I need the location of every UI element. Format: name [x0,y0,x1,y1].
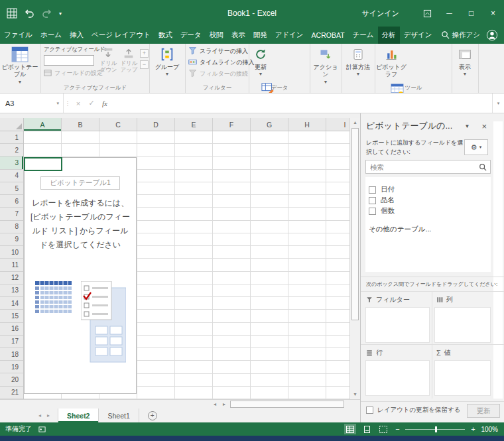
zoom-slider-thumb[interactable] [435,426,437,432]
ribbon-display-options-button[interactable] [416,0,438,27]
pivottable-button[interactable]: ピボットテーブル ▼ [0,44,40,85]
row-header[interactable]: 16 [0,323,23,336]
name-box-input[interactable] [0,99,40,107]
formula-input[interactable] [111,94,492,113]
qat-customize-button[interactable]: ▾ [59,11,62,17]
pane-tools-button[interactable]: ⚙ ▾ [464,139,488,155]
insert-function-button[interactable]: fx [98,94,111,113]
columns-drop-area[interactable] [434,307,491,343]
row-header[interactable]: 11 [0,259,23,271]
normal-view-button[interactable] [344,424,356,434]
field-item[interactable]: 個数 [365,206,491,216]
row-header[interactable]: 5 [0,182,23,195]
field-checkbox[interactable] [369,197,376,204]
ribbon-tab[interactable]: アドイン [271,27,308,44]
more-tables-link[interactable]: その他のテーブル... [365,225,491,234]
collapse-field-button[interactable]: − [140,60,149,69]
row-header[interactable]: 13 [0,284,23,297]
name-box-caret-icon[interactable]: ▾ [56,101,63,106]
undo-button[interactable] [25,9,34,18]
zoom-slider[interactable] [405,426,465,432]
actions-button[interactable]: アクション ▼ [310,44,341,85]
account-button[interactable] [486,27,504,44]
filter-connections-button[interactable]: フィルターの接続 [186,68,249,80]
scroll-up-icon[interactable]: ▴ [350,118,360,127]
scroll-down-icon[interactable]: ▾ [350,390,360,399]
refresh-button[interactable]: 更新 ▼ [249,44,272,78]
page-break-view-button[interactable] [377,424,389,434]
scroll-right-icon[interactable]: ▸ [220,400,229,409]
row-header[interactable]: 15 [0,310,23,322]
column-header[interactable]: B [62,118,99,131]
column-header[interactable]: F [213,118,251,131]
insert-timeline-button[interactable]: タイムラインの挿入 [186,57,249,68]
row-header[interactable]: 1 [0,131,23,144]
pane-options-icon[interactable]: ▼ [464,123,470,129]
confirm-entry-button[interactable]: ✓ [85,94,98,113]
column-header[interactable]: D [137,118,175,131]
field-checkbox[interactable] [369,186,376,194]
ribbon-tab[interactable]: ページ レイアウト [88,27,155,44]
field-settings-button[interactable]: フィールドの設定 [44,68,98,79]
ribbon-tab[interactable]: ファイル [0,27,36,44]
filters-drop-area[interactable] [365,307,430,343]
row-header[interactable]: 19 [0,361,23,373]
field-item[interactable]: 日付 [365,184,491,195]
scroll-left-icon[interactable]: ◂ [210,400,220,409]
pivotchart-button[interactable]: ピボットグラフ [375,44,407,79]
row-header[interactable]: 12 [0,272,23,284]
column-header[interactable]: C [99,118,137,131]
ribbon-tab[interactable]: デザイン [400,27,436,44]
ribbon-tab[interactable]: 校閲 [206,27,227,44]
tell-me-box[interactable]: 操作アシ [436,27,485,44]
row-header[interactable]: 4 [0,170,23,182]
values-drop-area[interactable] [434,360,491,396]
next-sheet-icon[interactable]: ▸ [47,412,50,418]
ribbon-tab[interactable]: 分析 [378,27,400,44]
calculations-button[interactable]: 計算方法 ▼ [342,44,374,78]
column-header[interactable]: I [326,118,349,131]
row-header[interactable]: 18 [0,348,23,361]
macro-record-icon[interactable] [38,426,46,433]
row-header[interactable]: 20 [0,373,23,386]
sheet-tab[interactable]: Sheet1 [99,409,139,422]
sheet-tab[interactable]: Sheet2 [58,409,99,422]
rows-drop-area[interactable] [365,360,430,396]
show-button[interactable]: 表示 ▼ [452,44,477,78]
insert-slicer-button[interactable]: スライサーの挿入 [186,46,249,57]
pane-scrollbar[interactable] [493,121,503,399]
name-box[interactable]: ▾ [0,94,64,113]
maximize-button[interactable]: □ [460,0,482,27]
row-header[interactable]: 3 [0,157,23,169]
active-field-input[interactable] [44,55,94,66]
ribbon-tab[interactable]: データ [176,27,206,44]
minimize-button[interactable]: ─ [438,0,460,27]
vertical-scroll-thumb[interactable] [351,128,359,320]
select-all-corner[interactable] [0,118,24,131]
selected-cell-a3[interactable] [24,157,62,171]
row-header[interactable]: 9 [0,233,23,246]
row-header[interactable]: 8 [0,221,23,233]
row-header[interactable]: 7 [0,208,23,220]
field-search-box[interactable] [365,160,491,174]
prev-sheet-icon[interactable]: ◂ [38,412,41,418]
horizontal-scroll-thumb[interactable] [230,401,344,408]
cancel-entry-button[interactable]: × [72,94,85,113]
column-header[interactable]: G [251,118,288,131]
sign-in-button[interactable]: サインイン [362,9,399,19]
ribbon-tab[interactable]: 挿入 [66,27,88,44]
row-header[interactable]: 17 [0,336,23,348]
zoom-level-label[interactable]: 100% [481,426,498,433]
page-layout-view-button[interactable] [361,424,373,434]
formula-bar-splitter[interactable]: ⋮ [64,94,72,113]
row-header[interactable]: 2 [0,144,23,157]
update-button[interactable]: 更新 [467,404,500,418]
redo-button[interactable] [42,9,52,18]
new-sheet-button[interactable]: + [148,409,157,422]
horizontal-scrollbar[interactable] [229,400,349,409]
zoom-out-button[interactable]: − [394,425,401,433]
close-button[interactable]: × [482,0,504,27]
field-checkbox[interactable] [369,208,376,215]
defer-layout-checkbox[interactable] [366,407,373,414]
expand-field-button[interactable]: + [140,49,149,58]
